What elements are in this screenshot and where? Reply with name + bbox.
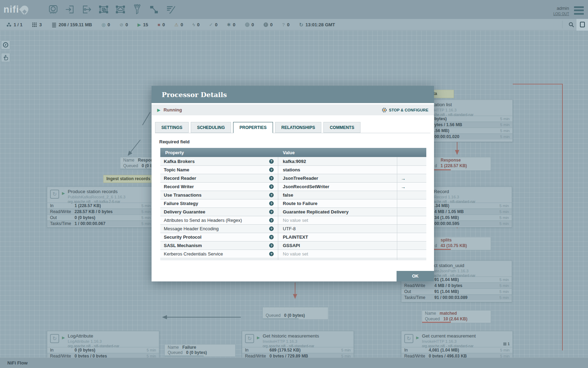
processor-type: InvokeHTTP 1.16.3 [262, 339, 319, 344]
help-icon[interactable]: ? [269, 176, 274, 180]
property-value[interactable]: GSSAPI [278, 241, 397, 250]
logout-link[interactable]: LOG OUT [553, 12, 569, 16]
breadcrumb[interactable]: NiFi Flow [7, 360, 28, 366]
stop-configure-label: STOP & CONFIGURE [389, 108, 428, 112]
processor-title: LogAttribute [68, 333, 119, 339]
property-name: Record Reader [164, 176, 196, 181]
property-value[interactable]: JsonRecordSetWriter [278, 183, 397, 191]
connection-matched[interactable]: Name matched Queued 10 (2.64 KB) [422, 310, 491, 323]
stop-and-configure-button[interactable]: STOP & CONFIGURE [382, 108, 428, 113]
help-icon[interactable]: ? [269, 218, 274, 223]
property-value[interactable]: PLAINTEXT [278, 233, 397, 241]
stat-window: 5 min [341, 348, 351, 352]
queue-size-bar [422, 322, 451, 323]
process-group-icon[interactable] [98, 4, 110, 15]
template-icon[interactable] [148, 4, 160, 15]
tab-scheduling[interactable]: SCHEDULING [191, 122, 231, 133]
header-right: admin LOG OUT [553, 4, 584, 16]
help-icon[interactable]: ? [269, 201, 274, 206]
output-port-icon[interactable] [81, 4, 93, 15]
help-icon[interactable]: ? [269, 168, 274, 172]
connection-field-label: d [435, 243, 437, 248]
help-icon[interactable]: ? [269, 226, 274, 231]
search-button[interactable] [566, 19, 576, 30]
property-value[interactable]: Route to Failure [278, 199, 397, 207]
help-icon[interactable]: ? [269, 193, 274, 197]
global-menu-button[interactable] [574, 6, 584, 15]
stat-value: 4 MB / 1.05 MB [434, 209, 464, 214]
processor-bundle: ache.nifi - nifi-standard-nar [434, 200, 475, 204]
funnel-icon[interactable] [131, 4, 143, 15]
canvas-label[interactable]: Ingest station records [103, 175, 156, 183]
processor-type: InvokeHTTP 1.16.3 [422, 339, 476, 344]
property-name: Attributes to Send as Headers (Regex) [164, 218, 242, 223]
ok-button[interactable]: OK [397, 271, 434, 281]
compass-button[interactable] [1, 40, 10, 49]
property-value[interactable]: No value set [278, 258, 397, 260]
stat-window: 5 min [499, 210, 509, 214]
settings-panel-button[interactable] [576, 19, 588, 30]
locally-modified-count: 0 [233, 22, 235, 27]
connection-queued-mid[interactable]: Queued 0 (0 bytes) [262, 307, 328, 320]
running-count: 15 [143, 22, 148, 27]
property-value[interactable]: stations [278, 166, 397, 174]
tab-comments[interactable]: COMMENTS [323, 122, 360, 133]
property-row: Security Protocol ? PLAINTEXT → [160, 233, 426, 241]
properties-table-header: Property Value [160, 148, 426, 157]
tab-settings[interactable]: SETTINGS [155, 122, 189, 133]
property-value[interactable]: false [278, 191, 397, 199]
remote-process-group-icon[interactable] [114, 4, 126, 15]
stat-window: 5 min [500, 123, 510, 127]
stat-value: 1 / 00:00:00.067 [75, 221, 105, 226]
running-icon: ▶ [138, 22, 141, 27]
help-icon[interactable]: ? [269, 243, 274, 248]
canvas-label-text: Ingest station records [106, 176, 150, 181]
stat-window: 5 min [499, 222, 509, 226]
property-value[interactable]: No value set [278, 216, 397, 224]
stat-label: In [50, 203, 75, 208]
processor-produce-station-records[interactable]: ↻ ▶ Produce station records PublishKafka… [47, 186, 154, 227]
stat-value: 0 (0 bytes) [75, 215, 95, 220]
go-to-service-icon[interactable]: → [401, 176, 406, 181]
property-value[interactable]: kafka:9092 [278, 157, 397, 165]
connection-field-label: Name [168, 345, 179, 350]
component-toolbar [47, 4, 177, 15]
user-block: admin LOG OUT [553, 4, 569, 16]
property-value[interactable]: No value set [278, 250, 397, 258]
hand-tool-button[interactable] [1, 53, 10, 62]
tab-properties[interactable]: PROPERTIES [233, 122, 273, 133]
label-icon[interactable] [165, 4, 177, 15]
help-icon[interactable]: ? [269, 210, 274, 214]
processor-stat-row: Out 0 (0 bytes) 5 min [47, 214, 154, 220]
help-icon[interactable]: ? [269, 252, 274, 256]
help-icon[interactable]: ? [269, 235, 274, 239]
disabled-count: 0 [197, 22, 200, 27]
stat-window: 5 min [500, 348, 510, 352]
property-row: SASL Mechanism ? GSSAPI → [160, 241, 426, 250]
stat-label: Out [50, 215, 75, 220]
processor-stat-row: Tasks/Time 1 / 00:00:00.067 5 min [47, 220, 154, 226]
processor-title: Record [434, 189, 475, 195]
go-to-service-icon[interactable]: → [401, 184, 406, 190]
stat-window: 5 min [500, 129, 510, 133]
refresh-status[interactable]: ↻ 13:01:28 GMT [299, 22, 335, 27]
stat-label: In [404, 348, 429, 353]
tab-relationships[interactable]: RELATIONSHIPS [275, 122, 321, 133]
connection-failure[interactable]: Name Failure Queued 0 (0 bytes) [164, 344, 236, 357]
connection-field-label: Queued [425, 316, 440, 321]
property-value[interactable]: UTF-8 [278, 225, 397, 233]
property-value[interactable]: Guarantee Replicated Delivery [278, 208, 397, 216]
breadcrumb-bar: NiFi Flow [0, 357, 588, 368]
running-status-icon: ▶ [62, 335, 65, 340]
property-value[interactable]: JsonTreeReader [278, 174, 397, 182]
property-name: Topic Name [164, 167, 189, 172]
property-name: SASL Mechanism [164, 243, 202, 248]
input-port-icon[interactable] [64, 4, 76, 15]
processor-stat-row: Read/Write 228.57 KB / 0 bytes 5 min [47, 209, 154, 214]
not-transmitting-count: 0 [125, 22, 128, 27]
help-icon[interactable]: ? [269, 159, 274, 164]
stat-window: 5 min [500, 135, 510, 139]
processor-icon[interactable] [47, 4, 59, 15]
help-icon[interactable]: ? [269, 184, 274, 189]
nifi-logo-drop-icon [19, 4, 30, 15]
